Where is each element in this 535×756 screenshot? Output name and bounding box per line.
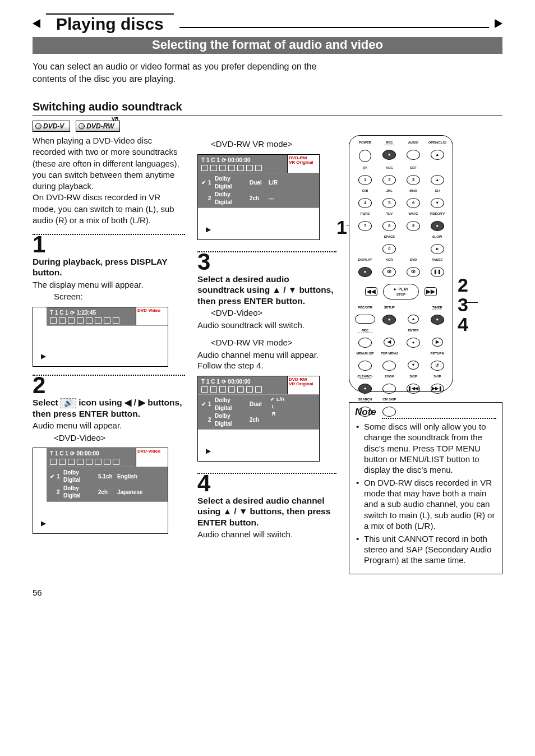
rec-monitor-button — [358, 338, 372, 348]
rec-speed-button: ● — [382, 150, 396, 160]
play-icon: ▶ — [206, 446, 211, 455]
step-1-head: During playback, press DISPLAY button. — [33, 256, 185, 278]
osd-disctype-video: DVD-Video — [136, 448, 168, 467]
step-3-video-body: Audio soundtrack will switch. — [197, 320, 336, 331]
key-6-button: 6 — [407, 198, 420, 208]
osd-info-row: T 1 C 1 ⟳ — [201, 378, 226, 386]
skip-back-button: ❚◀◀ — [407, 384, 420, 394]
osd-time-rw: 00:00:00 — [228, 378, 251, 386]
callout-2: 2 — [458, 275, 468, 295]
key-9-button: 9 — [407, 221, 420, 231]
section-band-text: Selecting the format of audio and video — [33, 37, 502, 54]
osd-audio-row: ✔ 1 Dolby Digital Dual L/R — [201, 175, 316, 190]
audio-icon: 🔊 — [61, 398, 76, 408]
osd-disctype-rw: DVD-RW VR Original — [287, 376, 319, 395]
note-dot-rule — [382, 418, 496, 419]
rewind-button: ◀◀ — [365, 287, 377, 296]
osd-dvd-rw-vr-channel-menu: T 1 C 1 ⟳ 00:00:00 DVD-RW VR Original — [197, 376, 320, 462]
step-4-head: Select a desired audio channel using ▲ /… — [197, 495, 336, 528]
note-item: On DVD-RW discs recorded in VR mode that… — [362, 477, 496, 531]
osd-audio-row: ✔ 1 Dolby Digital 5.1ch English — [49, 469, 165, 484]
osd-audio-row: 2 Dolby Digital 2ch --- — [201, 191, 316, 206]
play-stop-rocker: ► PLAY STOP — [383, 284, 419, 299]
key-5-button: 5 — [382, 198, 396, 208]
key-3-button: 3 — [407, 175, 420, 185]
key-2-button: 2 — [382, 175, 396, 185]
arrow-right-icon — [495, 19, 502, 28]
step-1-number: 1 — [33, 234, 185, 255]
osd-audio-row: 2 Dolby Digital 2ch Japanese — [49, 485, 165, 500]
osd-time-video: 1:23:45 — [77, 309, 96, 317]
step-2-body: Audio menu will appear. — [33, 420, 185, 431]
play-icon: ▶ — [206, 225, 211, 234]
note-item: This unit CANNOT record in both stereo a… — [362, 533, 496, 566]
left-body: When playing a DVD-Video disc recorded w… — [33, 135, 185, 226]
step-1-screen-label: Screen: — [33, 291, 185, 302]
key-7-button: 7 — [358, 221, 372, 231]
video-tv-button: ● — [431, 221, 444, 231]
key-1-button: 1 — [358, 175, 372, 185]
callout-line — [465, 302, 478, 303]
callout-3: 3 — [458, 295, 468, 315]
zoom-button — [382, 384, 396, 394]
step-3-vr-label: <DVD-RW VR mode> — [197, 337, 336, 348]
top-menu-button — [382, 361, 396, 371]
osd-time-rw: 00:00:00 — [228, 156, 251, 164]
play-icon: ▶ — [41, 519, 46, 528]
step-3-number: 3 — [197, 251, 336, 273]
slow-button: ▸ — [431, 244, 444, 254]
note-item: Some discs will only allow you to change… — [362, 421, 496, 475]
step-2-mode-label: <DVD-Video> — [33, 432, 185, 444]
step-4-number: 4 — [197, 473, 336, 494]
osd-disctype-rw: DVD-RW VR Original — [287, 155, 319, 173]
power-button — [359, 150, 371, 162]
ch-up-button: ▲ — [431, 175, 444, 185]
key-0-button: 0 — [382, 244, 396, 254]
key-4-button: 4 — [358, 198, 372, 208]
step-4-body: Audio channel will switch. — [197, 529, 336, 540]
timer-prog-button: ● — [431, 315, 444, 325]
ch-down-button: ▼ — [431, 198, 444, 208]
open-close-button: ▲ — [431, 150, 444, 160]
page-title-text: Playing discs — [56, 15, 164, 33]
pause-button: ❚❚ — [431, 267, 444, 277]
osd-audio-row: 2 Dolby Digital 2ch — [201, 412, 316, 427]
osd-dvd-video-audio-menu: T 1 C 1 ⟳ 00:00:00 DVD-Video ✔ 1 — [33, 448, 168, 534]
step-2-head-a: Select — [33, 398, 61, 407]
badge-dvd-v-label: DVD-V — [43, 122, 64, 130]
nav-up-button: ▲ — [408, 315, 419, 324]
osd-audio-row: ✔ 1 Dolby Digital Dual — [201, 397, 316, 412]
step-1-body: The display menu will appear. — [33, 279, 185, 291]
rec-otr-button — [355, 315, 375, 324]
mid-mode-vr-label: <DVD-RW VR mode> — [197, 139, 336, 150]
fast-forward-button: ▶▶ — [425, 287, 437, 296]
chapter-title-bar: Playing discs — [33, 13, 502, 34]
step-3-head: Select a desired audio soundtrack using … — [197, 274, 336, 306]
return-button: ↺ — [431, 361, 444, 371]
nav-right-button: ▶ — [432, 338, 443, 347]
page-title: Playing discs — [46, 13, 174, 34]
audio-button — [407, 150, 420, 160]
step-2-number: 2 — [33, 375, 185, 396]
note-title: Note — [355, 406, 380, 419]
display-button: ● — [358, 267, 372, 277]
disc-type-badges: DVD-V VR DVD-RW — [33, 121, 502, 132]
menu-list-button — [358, 361, 372, 371]
badge-dvd-rw: VR DVD-RW — [76, 121, 120, 132]
vcr-button: ⦿ — [382, 267, 396, 277]
osd-side-channel-list: ✔L/R L R — [269, 395, 288, 418]
osd-dvd-video-display: T 1 C 1 ⟳ 1:23:45 DVD-Video ▶ — [33, 307, 168, 367]
badge-vr-label: VR — [112, 116, 119, 122]
osd-info-row: T 1 C 1 ⟳ — [201, 156, 226, 164]
callout-4: 4 — [458, 315, 468, 334]
key-8-button: 8 — [382, 221, 396, 231]
step-3-vr-body: Audio channel menu will appear. Follow t… — [197, 349, 336, 371]
page-number: 56 — [33, 588, 502, 597]
remote-control-illustration: POWER REC SPEED AUDIO OPEN/CLOSE ● ▲ @/,… — [349, 135, 453, 392]
section-band: Selecting the format of audio and video — [33, 37, 502, 54]
title-rule — [179, 27, 489, 28]
setup-button: ● — [382, 315, 396, 325]
osd-info-row: T 1 C 1 ⟳ — [50, 309, 75, 317]
play-icon: ▶ — [41, 352, 46, 361]
osd-time-rw: 00:00:00 — [77, 450, 99, 458]
